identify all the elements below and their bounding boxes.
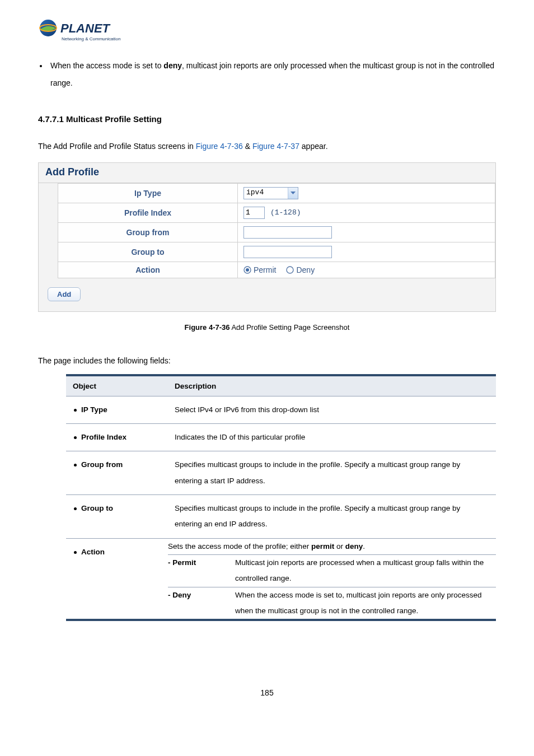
permit-radio[interactable] <box>243 266 251 274</box>
deny-desc: When the access mode is set to, multicas… <box>235 587 496 619</box>
action-lead-after: . <box>363 542 365 550</box>
action-lead-b1: permit <box>311 542 334 550</box>
add-profile-form: Ip Type ipv4 Profile Index (1-128) <box>58 183 495 278</box>
intro-paragraph: The Add Profile and Profile Status scree… <box>38 141 496 152</box>
obj-group-to-label: Group to <box>81 504 113 512</box>
obj-group-to: Group to <box>66 494 168 538</box>
obj-profile-index-label: Profile Index <box>81 433 127 441</box>
description-table: Object Description IP Type Select IPv4 o… <box>66 374 496 622</box>
obj-action: Action <box>66 538 168 620</box>
intro-bullet-item: When the access mode is set to deny, mul… <box>48 57 496 92</box>
obj-ip-type: IP Type <box>66 396 168 423</box>
ip-type-label: Ip Type <box>58 183 238 203</box>
deny-radio[interactable] <box>286 266 294 274</box>
obj-group-from-label: Group from <box>81 460 123 469</box>
intro-text-mid: & <box>243 142 252 151</box>
logo-brand-text: PLANET <box>60 21 111 35</box>
action-label: Action <box>58 262 238 278</box>
group-to-input[interactable] <box>243 246 332 258</box>
action-cell: Permit Deny <box>238 262 495 278</box>
add-button[interactable]: Add <box>48 287 81 301</box>
permit-sublabel: - Permit <box>168 555 235 587</box>
group-from-label: Group from <box>58 222 238 242</box>
ip-type-select-value: ipv4 <box>244 188 288 199</box>
deny-sublabel: - Deny <box>168 587 235 619</box>
obj-ip-type-label: IP Type <box>81 405 107 414</box>
profile-index-range: (1-128) <box>270 208 301 217</box>
group-to-cell <box>238 242 495 262</box>
permit-desc: Multicast join reports are processed whe… <box>235 555 496 587</box>
group-from-cell <box>238 222 495 242</box>
fields-intro: The page includes the following fields: <box>38 356 496 365</box>
add-profile-screenshot: Add Profile Ip Type ipv4 Profile Index <box>38 162 496 312</box>
figure-caption: Figure 4-7-36 Add Profile Setting Page S… <box>38 323 496 332</box>
figure-caption-bold: Figure 4-7-36 <box>185 323 230 332</box>
desc-profile-index: Indicates the ID of this particular prof… <box>168 423 496 451</box>
desc-group-from: Specifies multicast groups to include in… <box>168 451 496 495</box>
intro-text-after: appear. <box>299 142 328 151</box>
obj-group-from: Group from <box>66 451 168 495</box>
profile-index-input[interactable] <box>243 207 265 219</box>
action-lead-before: Sets the access mode of the profile; eit… <box>168 542 311 550</box>
section-heading: 4.7.7.1 Multicast Profile Setting <box>38 114 496 124</box>
panel-title: Add Profile <box>39 163 495 183</box>
brand-logo: PLANET Networking & Communication <box>38 17 496 46</box>
desc-group-to: Specifies multicast groups to include in… <box>168 494 496 538</box>
figure-link-1[interactable]: Figure 4-7-36 <box>196 142 243 151</box>
profile-index-cell: (1-128) <box>238 203 495 222</box>
intro-text-before: The Add Profile and Profile Status scree… <box>38 142 196 151</box>
logo-tagline: Networking & Communication <box>62 36 120 41</box>
chevron-down-icon <box>288 188 298 199</box>
deny-radio-label: Deny <box>296 265 315 274</box>
page-number: 185 <box>38 688 496 697</box>
action-sub-table: Sets the access mode of the profile; eit… <box>168 539 496 619</box>
col-description: Description <box>168 375 496 396</box>
profile-index-label: Profile Index <box>58 203 238 222</box>
svg-point-4 <box>287 267 293 273</box>
permit-radio-label: Permit <box>254 265 276 274</box>
group-from-input[interactable] <box>243 226 332 239</box>
group-to-label: Group to <box>58 242 238 262</box>
figure-link-2[interactable]: Figure 4-7-37 <box>252 142 299 151</box>
figure-caption-rest: Add Profile Setting Page Screenshot <box>230 323 350 332</box>
svg-point-3 <box>246 268 249 272</box>
col-object: Object <box>66 375 168 396</box>
desc-ip-type: Select IPv4 or IPv6 from this drop-down … <box>168 396 496 423</box>
intro-bullet-prefix: When the access mode is set to <box>50 61 163 70</box>
ip-type-select[interactable]: ipv4 <box>243 187 298 199</box>
intro-bullet-list: When the access mode is set to deny, mul… <box>38 57 496 92</box>
ip-type-cell: ipv4 <box>238 183 495 203</box>
obj-action-label: Action <box>81 548 105 556</box>
intro-bullet-bold: deny <box>163 61 182 70</box>
action-lead-b2: deny <box>345 542 363 550</box>
action-lead: Sets the access mode of the profile; eit… <box>168 539 496 555</box>
action-lead-mid: or <box>334 542 345 550</box>
obj-profile-index: Profile Index <box>66 423 168 451</box>
